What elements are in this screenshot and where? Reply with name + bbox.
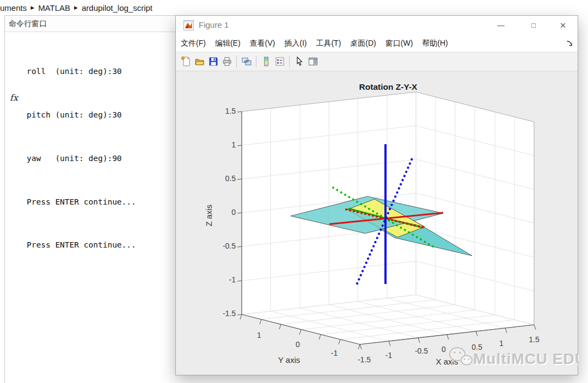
new-figure-icon[interactable] bbox=[180, 55, 192, 68]
z-axis-label: Z axis bbox=[204, 205, 213, 226]
console-line: Press ENTER continue... bbox=[27, 238, 136, 252]
save-figure-icon[interactable] bbox=[207, 55, 219, 68]
svg-text:0: 0 bbox=[442, 345, 446, 354]
menu-window[interactable]: 窗口(W) bbox=[385, 39, 413, 48]
menu-insert[interactable]: 插入(I) bbox=[284, 39, 307, 48]
svg-text:0.5: 0.5 bbox=[225, 174, 236, 183]
command-window-title: 命令行窗口 bbox=[5, 16, 176, 32]
insert-colorbar-icon[interactable] bbox=[260, 55, 272, 68]
menu-view[interactable]: 查看(V) bbox=[250, 39, 275, 48]
breadcrumb-part[interactable]: uments bbox=[0, 3, 27, 13]
minimize-button[interactable]: — bbox=[488, 16, 513, 35]
close-button[interactable]: ✕ bbox=[550, 16, 575, 35]
svg-text:-0.5: -0.5 bbox=[223, 242, 236, 250]
console-output: roll (unit: deg):30 pitch (unit: deg):30… bbox=[27, 35, 136, 281]
breadcrumb-part[interactable]: MATLAB bbox=[38, 3, 70, 13]
watermark-text: MultiMCU EDU bbox=[473, 350, 579, 367]
figure-window-title: Figure 1 bbox=[199, 20, 229, 29]
breadcrumb-part[interactable]: ardupilot_log_script bbox=[82, 3, 152, 13]
console-line: Press ENTER continue... bbox=[27, 195, 136, 209]
svg-text:-1: -1 bbox=[229, 275, 236, 284]
figure-toolbar bbox=[176, 52, 578, 71]
z-tick-labels: 1.5 1 0.5 0 -0.5 -1 -1.5 bbox=[223, 107, 236, 318]
command-window-body[interactable]: roll (unit: deg):30 pitch (unit: deg):30… bbox=[5, 32, 176, 383]
link-plot-icon[interactable] bbox=[240, 55, 253, 68]
svg-text:1.5: 1.5 bbox=[225, 107, 236, 115]
y-axis-label: Y axis bbox=[278, 355, 301, 365]
menu-tools[interactable]: 工具(T) bbox=[316, 39, 341, 48]
svg-text:1: 1 bbox=[499, 339, 504, 348]
svg-text:1.5: 1.5 bbox=[529, 335, 540, 344]
menu-file[interactable]: 文件(F) bbox=[181, 39, 206, 48]
command-window-panel: 命令行窗口 roll (unit: deg):30 pitch (unit: d… bbox=[4, 15, 176, 383]
figure-title-bar[interactable]: Figure 1 — □ ✕ bbox=[176, 16, 578, 35]
dock-figure-arrow-icon[interactable] bbox=[566, 40, 573, 50]
console-line: roll (unit: deg):30 bbox=[27, 64, 136, 79]
figure-window: Figure 1 — □ ✕ 文件(F) 编辑(E) 查看(V) 插入(I) 工… bbox=[175, 15, 578, 375]
figure-canvas[interactable]: Rotation Z-Y-X 1.5 1 0.5 0 -0.5 -1 -1.5 … bbox=[176, 71, 579, 376]
breadcrumb: uments ▶ MATLAB ▶ ardupilot_log_script bbox=[0, 0, 588, 15]
menu-help[interactable]: 帮助(H) bbox=[422, 39, 448, 48]
property-inspector-icon[interactable] bbox=[307, 55, 319, 68]
maximize-button[interactable]: □ bbox=[521, 16, 546, 35]
insert-legend-icon[interactable] bbox=[273, 55, 286, 68]
svg-text:-1: -1 bbox=[331, 349, 338, 357]
rotation-3d-plot: Rotation Z-Y-X 1.5 1 0.5 0 -0.5 -1 -1.5 … bbox=[176, 71, 579, 376]
breadcrumb-separator-icon: ▶ bbox=[30, 5, 34, 10]
svg-text:1: 1 bbox=[257, 331, 261, 339]
console-line: yaw (unit: deg):90 bbox=[27, 151, 136, 166]
matlab-desktop: uments ▶ MATLAB ▶ ardupilot_log_script 命… bbox=[0, 0, 588, 383]
figure-menu-bar: 文件(F) 编辑(E) 查看(V) 插入(I) 工具(T) 桌面(D) 窗口(W… bbox=[176, 35, 578, 52]
svg-text:-1.5: -1.5 bbox=[223, 309, 236, 318]
edit-plot-arrow-icon[interactable] bbox=[293, 55, 305, 68]
plot-title: Rotation Z-Y-X bbox=[359, 82, 418, 91]
toolbar-separator bbox=[289, 55, 290, 67]
svg-text:0: 0 bbox=[296, 340, 300, 349]
breadcrumb-separator-icon: ▶ bbox=[74, 5, 78, 10]
watermark: MultiMCU EDU MultiMCU EDU bbox=[450, 348, 579, 368]
toolbar-separator bbox=[256, 55, 256, 67]
print-figure-icon[interactable] bbox=[220, 55, 233, 68]
svg-text:1: 1 bbox=[231, 140, 236, 149]
svg-text:0: 0 bbox=[231, 208, 236, 217]
menu-desktop[interactable]: 桌面(D) bbox=[350, 39, 376, 48]
console-line: pitch (unit: deg):30 bbox=[27, 108, 136, 122]
matlab-logo-icon bbox=[183, 20, 194, 30]
svg-text:-1.5: -1.5 bbox=[358, 355, 371, 364]
open-file-icon[interactable] bbox=[193, 55, 206, 68]
svg-text:-1: -1 bbox=[385, 351, 393, 360]
menu-edit[interactable]: 编辑(E) bbox=[215, 39, 241, 48]
fx-prompt-icon: fx bbox=[10, 92, 18, 103]
svg-text:-0.5: -0.5 bbox=[415, 347, 428, 355]
toolbar-separator bbox=[236, 55, 237, 67]
